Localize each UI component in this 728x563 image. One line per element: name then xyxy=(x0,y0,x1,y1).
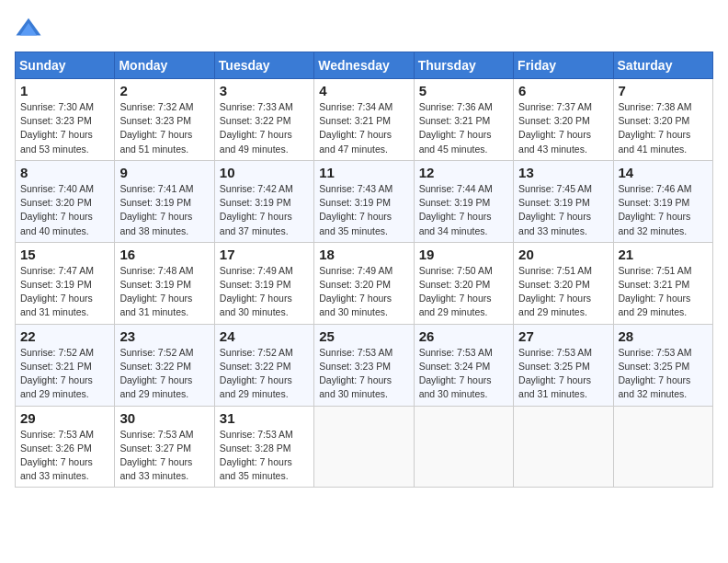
calendar-cell: 1 Sunrise: 7:30 AMSunset: 3:23 PMDayligh… xyxy=(16,79,115,161)
week-row-1: 1 Sunrise: 7:30 AMSunset: 3:23 PMDayligh… xyxy=(16,79,713,161)
day-number: 20 xyxy=(518,247,608,262)
day-number: 27 xyxy=(518,328,608,344)
day-info: Sunrise: 7:49 AMSunset: 3:19 PMDaylight:… xyxy=(220,265,293,318)
calendar: SundayMondayTuesdayWednesdayThursdayFrid… xyxy=(15,52,713,488)
header-day-thursday: Thursday xyxy=(414,52,513,79)
calendar-cell: 10 Sunrise: 7:42 AMSunset: 3:19 PMDaylig… xyxy=(214,160,313,242)
calendar-cell: 29 Sunrise: 7:53 AMSunset: 3:26 PMDaylig… xyxy=(16,406,115,488)
calendar-cell: 21 Sunrise: 7:51 AMSunset: 3:21 PMDaylig… xyxy=(613,242,712,324)
day-info: Sunrise: 7:32 AMSunset: 3:23 PMDaylight:… xyxy=(119,101,193,155)
day-number: 14 xyxy=(619,165,708,180)
header-day-monday: Monday xyxy=(115,52,214,79)
day-number: 19 xyxy=(419,247,508,262)
day-number: 16 xyxy=(119,247,209,262)
calendar-cell xyxy=(314,406,414,488)
calendar-cell: 28 Sunrise: 7:53 AMSunset: 3:25 PMDaylig… xyxy=(613,324,712,406)
header xyxy=(15,15,713,42)
header-day-saturday: Saturday xyxy=(613,52,712,79)
day-number: 1 xyxy=(20,83,109,98)
week-row-4: 22 Sunrise: 7:52 AMSunset: 3:21 PMDaylig… xyxy=(16,324,713,406)
calendar-cell: 18 Sunrise: 7:49 AMSunset: 3:20 PMDaylig… xyxy=(314,242,414,324)
calendar-cell: 17 Sunrise: 7:49 AMSunset: 3:19 PMDaylig… xyxy=(214,242,313,324)
calendar-cell: 31 Sunrise: 7:53 AMSunset: 3:28 PMDaylig… xyxy=(214,406,313,488)
day-number: 12 xyxy=(419,165,508,180)
day-number: 22 xyxy=(20,328,109,344)
day-number: 24 xyxy=(220,328,309,344)
calendar-cell: 9 Sunrise: 7:41 AMSunset: 3:19 PMDayligh… xyxy=(115,160,214,242)
calendar-cell: 30 Sunrise: 7:53 AMSunset: 3:27 PMDaylig… xyxy=(115,406,214,488)
day-info: Sunrise: 7:45 AMSunset: 3:19 PMDaylight:… xyxy=(518,183,592,236)
calendar-cell: 3 Sunrise: 7:33 AMSunset: 3:22 PMDayligh… xyxy=(214,79,313,161)
day-info: Sunrise: 7:52 AMSunset: 3:22 PMDaylight:… xyxy=(119,347,193,400)
header-day-friday: Friday xyxy=(514,52,613,79)
day-info: Sunrise: 7:53 AMSunset: 3:28 PMDaylight:… xyxy=(220,429,293,482)
calendar-cell xyxy=(613,406,712,488)
day-info: Sunrise: 7:53 AMSunset: 3:24 PMDaylight:… xyxy=(419,347,493,400)
day-info: Sunrise: 7:53 AMSunset: 3:25 PMDaylight:… xyxy=(619,347,692,400)
logo xyxy=(15,15,46,42)
calendar-cell: 13 Sunrise: 7:45 AMSunset: 3:19 PMDaylig… xyxy=(514,160,613,242)
calendar-cell: 15 Sunrise: 7:47 AMSunset: 3:19 PMDaylig… xyxy=(16,242,115,324)
day-number: 11 xyxy=(319,165,408,180)
calendar-cell: 12 Sunrise: 7:44 AMSunset: 3:19 PMDaylig… xyxy=(414,160,513,242)
calendar-cell: 14 Sunrise: 7:46 AMSunset: 3:19 PMDaylig… xyxy=(613,160,712,242)
day-info: Sunrise: 7:48 AMSunset: 3:19 PMDaylight:… xyxy=(119,265,193,318)
day-number: 5 xyxy=(419,83,508,98)
day-info: Sunrise: 7:38 AMSunset: 3:20 PMDaylight:… xyxy=(619,101,692,155)
day-info: Sunrise: 7:43 AMSunset: 3:19 PMDaylight:… xyxy=(319,183,392,236)
calendar-cell: 23 Sunrise: 7:52 AMSunset: 3:22 PMDaylig… xyxy=(115,324,214,406)
day-info: Sunrise: 7:33 AMSunset: 3:22 PMDaylight:… xyxy=(220,101,293,155)
day-number: 21 xyxy=(619,247,708,262)
calendar-header-row: SundayMondayTuesdayWednesdayThursdayFrid… xyxy=(16,52,713,79)
day-info: Sunrise: 7:50 AMSunset: 3:20 PMDaylight:… xyxy=(419,265,493,318)
calendar-cell: 2 Sunrise: 7:32 AMSunset: 3:23 PMDayligh… xyxy=(115,79,214,161)
calendar-cell: 22 Sunrise: 7:52 AMSunset: 3:21 PMDaylig… xyxy=(16,324,115,406)
calendar-cell: 6 Sunrise: 7:37 AMSunset: 3:20 PMDayligh… xyxy=(514,79,613,161)
day-info: Sunrise: 7:42 AMSunset: 3:19 PMDaylight:… xyxy=(220,183,293,236)
day-number: 9 xyxy=(119,165,209,180)
calendar-cell: 11 Sunrise: 7:43 AMSunset: 3:19 PMDaylig… xyxy=(314,160,414,242)
day-number: 8 xyxy=(20,165,109,180)
calendar-cell: 7 Sunrise: 7:38 AMSunset: 3:20 PMDayligh… xyxy=(613,79,712,161)
day-number: 28 xyxy=(619,328,708,344)
day-info: Sunrise: 7:44 AMSunset: 3:19 PMDaylight:… xyxy=(419,183,493,236)
day-number: 25 xyxy=(319,328,408,344)
day-info: Sunrise: 7:49 AMSunset: 3:20 PMDaylight:… xyxy=(319,265,392,318)
header-day-tuesday: Tuesday xyxy=(214,52,313,79)
day-info: Sunrise: 7:34 AMSunset: 3:21 PMDaylight:… xyxy=(319,101,392,155)
week-row-2: 8 Sunrise: 7:40 AMSunset: 3:20 PMDayligh… xyxy=(16,160,713,242)
day-number: 15 xyxy=(20,247,109,262)
week-row-3: 15 Sunrise: 7:47 AMSunset: 3:19 PMDaylig… xyxy=(16,242,713,324)
calendar-cell: 20 Sunrise: 7:51 AMSunset: 3:20 PMDaylig… xyxy=(514,242,613,324)
day-info: Sunrise: 7:53 AMSunset: 3:25 PMDaylight:… xyxy=(518,347,592,400)
calendar-cell: 4 Sunrise: 7:34 AMSunset: 3:21 PMDayligh… xyxy=(314,79,414,161)
day-info: Sunrise: 7:41 AMSunset: 3:19 PMDaylight:… xyxy=(119,183,193,236)
header-day-wednesday: Wednesday xyxy=(314,52,414,79)
day-number: 2 xyxy=(119,83,209,98)
day-info: Sunrise: 7:37 AMSunset: 3:20 PMDaylight:… xyxy=(518,101,592,155)
day-number: 26 xyxy=(419,328,508,344)
day-info: Sunrise: 7:51 AMSunset: 3:21 PMDaylight:… xyxy=(619,265,692,318)
day-number: 6 xyxy=(518,83,608,98)
calendar-cell xyxy=(514,406,613,488)
day-info: Sunrise: 7:52 AMSunset: 3:22 PMDaylight:… xyxy=(220,347,293,400)
calendar-cell: 8 Sunrise: 7:40 AMSunset: 3:20 PMDayligh… xyxy=(16,160,115,242)
day-number: 17 xyxy=(220,247,309,262)
day-info: Sunrise: 7:53 AMSunset: 3:23 PMDaylight:… xyxy=(319,347,392,400)
day-info: Sunrise: 7:47 AMSunset: 3:19 PMDaylight:… xyxy=(20,265,94,318)
day-number: 30 xyxy=(119,410,209,426)
day-info: Sunrise: 7:53 AMSunset: 3:26 PMDaylight:… xyxy=(20,429,94,482)
day-info: Sunrise: 7:40 AMSunset: 3:20 PMDaylight:… xyxy=(20,183,94,236)
day-info: Sunrise: 7:46 AMSunset: 3:19 PMDaylight:… xyxy=(619,183,692,236)
day-info: Sunrise: 7:36 AMSunset: 3:21 PMDaylight:… xyxy=(419,101,493,155)
day-number: 10 xyxy=(220,165,309,180)
header-day-sunday: Sunday xyxy=(16,52,115,79)
day-info: Sunrise: 7:51 AMSunset: 3:20 PMDaylight:… xyxy=(518,265,592,318)
calendar-cell: 27 Sunrise: 7:53 AMSunset: 3:25 PMDaylig… xyxy=(514,324,613,406)
day-number: 18 xyxy=(319,247,408,262)
calendar-cell: 19 Sunrise: 7:50 AMSunset: 3:20 PMDaylig… xyxy=(414,242,513,324)
calendar-cell: 25 Sunrise: 7:53 AMSunset: 3:23 PMDaylig… xyxy=(314,324,414,406)
logo-icon xyxy=(15,15,42,42)
day-number: 13 xyxy=(518,165,608,180)
week-row-5: 29 Sunrise: 7:53 AMSunset: 3:26 PMDaylig… xyxy=(16,406,713,488)
